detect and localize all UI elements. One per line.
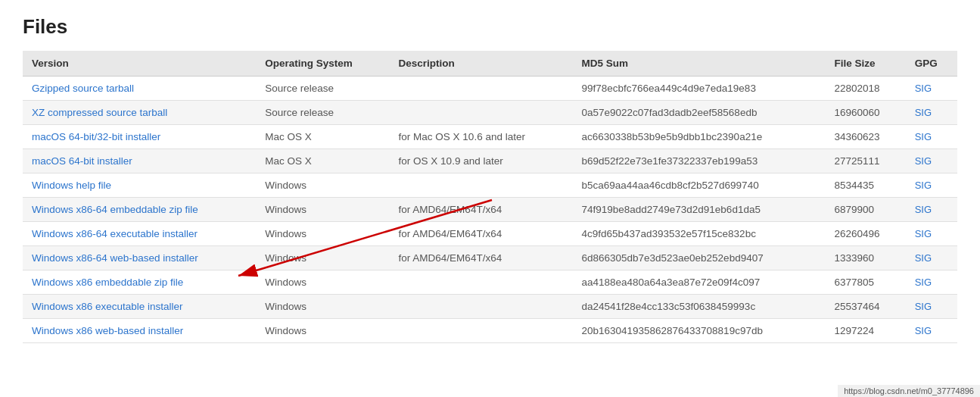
table-row: Windows help fileWindowsb5ca69aa44aa46cd… bbox=[23, 173, 957, 198]
version-cell[interactable]: macOS 64-bit installer bbox=[23, 149, 256, 173]
files-table: Version Operating System Description MD5… bbox=[23, 51, 957, 343]
os-cell: Windows bbox=[256, 270, 389, 295]
md5-cell: b5ca69aa44aa46cdb8cf2b527d699740 bbox=[572, 173, 825, 198]
files-section: Version Operating System Description MD5… bbox=[23, 51, 957, 343]
filesize-cell: 1297224 bbox=[825, 319, 905, 343]
header-row: Version Operating System Description MD5… bbox=[23, 51, 957, 77]
filesize-cell: 26260496 bbox=[825, 222, 905, 246]
col-filesize: File Size bbox=[825, 51, 905, 77]
version-cell[interactable]: XZ compressed source tarball bbox=[23, 101, 256, 125]
os-cell: Windows bbox=[256, 246, 389, 270]
filesize-cell: 6377805 bbox=[825, 270, 905, 295]
gpg-cell[interactable]: SIG bbox=[906, 246, 957, 270]
table-row: Windows x86 embeddable zip fileWindowsaa… bbox=[23, 270, 957, 295]
col-md5: MD5 Sum bbox=[572, 51, 825, 77]
filesize-cell: 8534435 bbox=[825, 173, 905, 198]
os-cell: Mac OS X bbox=[256, 149, 389, 173]
table-row: Windows x86 web-based installerWindows20… bbox=[23, 319, 957, 343]
filesize-cell: 1333960 bbox=[825, 246, 905, 270]
description-cell: for Mac OS X 10.6 and later bbox=[390, 125, 573, 149]
md5-cell: b69d52f22e73e1fe37322337eb199a53 bbox=[572, 149, 825, 173]
table-row: Gzipped source tarballSource release99f7… bbox=[23, 77, 957, 101]
col-version: Version bbox=[23, 51, 256, 77]
gpg-cell[interactable]: SIG bbox=[906, 173, 957, 198]
gpg-cell[interactable]: SIG bbox=[906, 270, 957, 295]
md5-cell: 0a57e9022c07fad3dadb2eef58568edb bbox=[572, 101, 825, 125]
filesize-cell: 16960060 bbox=[825, 101, 905, 125]
gpg-cell[interactable]: SIG bbox=[906, 149, 957, 173]
col-gpg: GPG bbox=[906, 51, 957, 77]
col-description: Description bbox=[390, 51, 573, 77]
os-cell: Source release bbox=[256, 101, 389, 125]
version-cell[interactable]: Windows x86-64 embeddable zip file bbox=[23, 198, 256, 222]
version-cell[interactable]: Gzipped source tarball bbox=[23, 77, 256, 101]
description-cell bbox=[390, 319, 573, 343]
gpg-cell[interactable]: SIG bbox=[906, 319, 957, 343]
gpg-cell[interactable]: SIG bbox=[906, 77, 957, 101]
version-cell[interactable]: macOS 64-bit/32-bit installer bbox=[23, 125, 256, 149]
md5-cell: 74f919be8add2749e73d2d91eb6d1da5 bbox=[572, 198, 825, 222]
version-cell[interactable]: Windows x86 embeddable zip file bbox=[23, 270, 256, 295]
version-cell[interactable]: Windows x86 executable installer bbox=[23, 295, 256, 319]
table-row: Windows x86 executable installerWindowsd… bbox=[23, 295, 957, 319]
md5-cell: da24541f28e4cc133c53f0638459993c bbox=[572, 295, 825, 319]
os-cell: Source release bbox=[256, 77, 389, 101]
table-row: macOS 64-bit/32-bit installerMac OS Xfor… bbox=[23, 125, 957, 149]
os-cell: Windows bbox=[256, 319, 389, 343]
description-cell: for OS X 10.9 and later bbox=[390, 149, 573, 173]
filesize-cell: 22802018 bbox=[825, 77, 905, 101]
md5-cell: 99f78ecbfc766ea449c4d9e7eda19e83 bbox=[572, 77, 825, 101]
gpg-cell[interactable]: SIG bbox=[906, 222, 957, 246]
os-cell: Windows bbox=[256, 222, 389, 246]
description-cell bbox=[390, 77, 573, 101]
description-cell: for AMD64/EM64T/x64 bbox=[390, 222, 573, 246]
os-cell: Windows bbox=[256, 198, 389, 222]
version-cell[interactable]: Windows x86 web-based installer bbox=[23, 319, 256, 343]
gpg-cell[interactable]: SIG bbox=[906, 198, 957, 222]
description-cell: for AMD64/EM64T/x64 bbox=[390, 198, 573, 222]
description-cell bbox=[390, 101, 573, 125]
table-row: Windows x86-64 executable installerWindo… bbox=[23, 222, 957, 246]
table-row: Windows x86-64 web-based installerWindow… bbox=[23, 246, 957, 270]
version-cell[interactable]: Windows x86-64 web-based installer bbox=[23, 246, 256, 270]
version-cell[interactable]: Windows help file bbox=[23, 173, 256, 198]
gpg-cell[interactable]: SIG bbox=[906, 295, 957, 319]
description-cell bbox=[390, 173, 573, 198]
table-row: XZ compressed source tarballSource relea… bbox=[23, 101, 957, 125]
description-cell: for AMD64/EM64T/x64 bbox=[390, 246, 573, 270]
filesize-cell: 27725111 bbox=[825, 149, 905, 173]
os-cell: Mac OS X bbox=[256, 125, 389, 149]
table-row: Windows x86-64 embeddable zip fileWindow… bbox=[23, 198, 957, 222]
table-row: macOS 64-bit installerMac OS Xfor OS X 1… bbox=[23, 149, 957, 173]
filesize-cell: 6879900 bbox=[825, 198, 905, 222]
description-cell bbox=[390, 270, 573, 295]
md5-cell: 6d866305db7e3d523ae0eb252ebd9407 bbox=[572, 246, 825, 270]
filesize-cell: 25537464 bbox=[825, 295, 905, 319]
gpg-cell[interactable]: SIG bbox=[906, 101, 957, 125]
version-cell[interactable]: Windows x86-64 executable installer bbox=[23, 222, 256, 246]
col-os: Operating System bbox=[256, 51, 389, 77]
md5-cell: 4c9fd65b437ad393532e57f15ce832bc bbox=[572, 222, 825, 246]
description-cell bbox=[390, 295, 573, 319]
os-cell: Windows bbox=[256, 295, 389, 319]
filesize-cell: 34360623 bbox=[825, 125, 905, 149]
table-body: Gzipped source tarballSource release99f7… bbox=[23, 77, 957, 343]
md5-cell: aa4188ea480a64a3ea87e72e09f4c097 bbox=[572, 270, 825, 295]
md5-cell: 20b163041935862876433708819c97db bbox=[572, 319, 825, 343]
page-title: Files bbox=[23, 15, 957, 39]
table-header: Version Operating System Description MD5… bbox=[23, 51, 957, 77]
os-cell: Windows bbox=[256, 173, 389, 198]
gpg-cell[interactable]: SIG bbox=[906, 125, 957, 149]
md5-cell: ac6630338b53b9e5b9dbb1bc2390a21e bbox=[572, 125, 825, 149]
